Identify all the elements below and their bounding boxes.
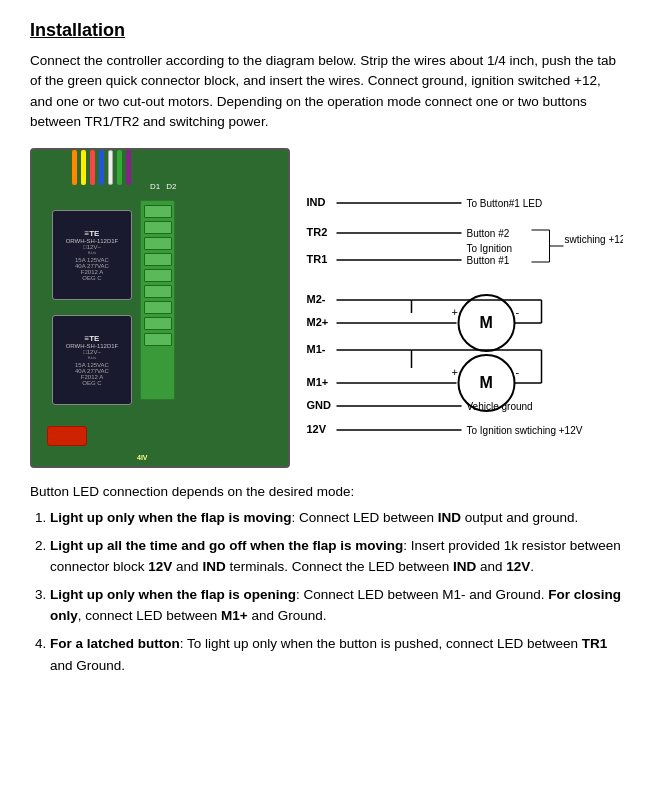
item4-tr1: TR1 bbox=[582, 636, 608, 651]
motor2-plus: + bbox=[452, 366, 458, 378]
wire-orange bbox=[72, 150, 77, 185]
d-labels: D1 D2 bbox=[150, 182, 176, 191]
terminal-8 bbox=[144, 317, 172, 330]
motor-label-1: M bbox=[480, 314, 493, 331]
label-m2minus: M2- bbox=[307, 293, 326, 305]
relay-1: ≡TE ORWH-SH-112D1F □12V~ ᴿᵁˢ 15A 125VAC … bbox=[52, 210, 132, 300]
wiring-svg: IND TR2 TR1 M2- M2+ M1- M1+ GND 12V To B… bbox=[300, 148, 623, 468]
motor1-plus: + bbox=[452, 306, 458, 318]
terminal-5 bbox=[144, 269, 172, 282]
label-ind: IND bbox=[307, 196, 326, 208]
connector-block-main bbox=[140, 200, 175, 400]
terminal-3 bbox=[144, 237, 172, 250]
wire-blue bbox=[99, 150, 104, 185]
item2-bold: Light up all the time and go off when th… bbox=[50, 538, 403, 553]
annotation-button1: Button #1 bbox=[467, 255, 510, 266]
pcb-board: ≡TE ORWH-SH-112D1F □12V~ ᴿᵁˢ 15A 125VAC … bbox=[30, 148, 290, 468]
annotation-switching-12v: swtiching +12V bbox=[565, 234, 624, 245]
annotation-vehicle-ground: Vehicle ground bbox=[467, 401, 533, 412]
list-item-1: Light up only when the flap is moving: C… bbox=[50, 507, 623, 529]
motor1-minus: - bbox=[516, 306, 520, 318]
relay-spec-2b: ᴿᵁˢ bbox=[88, 355, 96, 362]
annotation-ignition-switching: To Ignition swtiching +12V bbox=[467, 425, 583, 436]
terminal-2 bbox=[144, 221, 172, 234]
relay-spec-2f: OEG C bbox=[82, 380, 101, 386]
item2-ind1: IND bbox=[202, 559, 225, 574]
motor2-minus: - bbox=[516, 366, 520, 378]
wires-top bbox=[72, 150, 131, 185]
wiring-diagram: IND TR2 TR1 M2- M2+ M1- M1+ GND 12V To B… bbox=[300, 148, 623, 468]
item3-bold: Light up only when the flap is opening bbox=[50, 587, 296, 602]
item2-12v: 12V bbox=[148, 559, 172, 574]
label-m1plus: M1+ bbox=[307, 376, 329, 388]
item3-m1plus: M1+ bbox=[221, 608, 248, 623]
annotation-button1-led: To Button#1 LED bbox=[467, 198, 543, 209]
relay-spec-1f: OEG C bbox=[82, 275, 101, 281]
wire-green bbox=[117, 150, 122, 185]
item1-ind: IND bbox=[438, 510, 461, 525]
terminal-4 bbox=[144, 253, 172, 266]
wire-white bbox=[108, 150, 113, 185]
list-item-4: For a latched button: To light up only w… bbox=[50, 633, 623, 676]
relay-brand-1: ≡TE bbox=[85, 229, 100, 238]
relay-2: ≡TE ORWH-SH-112D1F □12V~ ᴿᵁˢ 15A 125VAC … bbox=[52, 315, 132, 405]
terminal-6 bbox=[144, 285, 172, 298]
pcb-label: 4IV bbox=[137, 454, 148, 461]
item2-12v2: 12V bbox=[506, 559, 530, 574]
label-tr1: TR1 bbox=[307, 253, 328, 265]
terminal-9 bbox=[144, 333, 172, 346]
label-gnd: GND bbox=[307, 399, 332, 411]
terminal-1 bbox=[144, 205, 172, 218]
instructions-list: Light up only when the flap is moving: C… bbox=[30, 507, 623, 676]
annotation-to-ignition: To Ignition bbox=[467, 243, 513, 254]
motor-label-2: M bbox=[480, 374, 493, 391]
wire-yellow bbox=[81, 150, 86, 185]
diagram-container: ≡TE ORWH-SH-112D1F □12V~ ᴿᵁˢ 15A 125VAC … bbox=[30, 148, 623, 468]
label-m2plus: M2+ bbox=[307, 316, 329, 328]
wire-purple bbox=[126, 150, 131, 185]
list-item-2: Light up all the time and go off when th… bbox=[50, 535, 623, 578]
item2-ind2: IND bbox=[453, 559, 476, 574]
d2-label: D2 bbox=[166, 182, 176, 191]
terminal-slots bbox=[141, 201, 174, 350]
red-indicator bbox=[47, 426, 87, 446]
d1-label: D1 bbox=[150, 182, 160, 191]
relay-brand-2: ≡TE bbox=[85, 334, 100, 343]
relay-spec-1b: ᴿᵁˢ bbox=[88, 250, 96, 257]
terminal-7 bbox=[144, 301, 172, 314]
label-12v: 12V bbox=[307, 423, 327, 435]
wire-red bbox=[90, 150, 95, 185]
annotation-button2: Button #2 bbox=[467, 228, 510, 239]
button-led-intro: Button LED connection depends on the des… bbox=[30, 484, 623, 499]
label-m1minus: M1- bbox=[307, 343, 326, 355]
item1-bold: Light up only when the flap is moving bbox=[50, 510, 292, 525]
item4-bold: For a latched button bbox=[50, 636, 180, 651]
label-tr2: TR2 bbox=[307, 226, 328, 238]
intro-paragraph: Connect the controller according to the … bbox=[30, 51, 623, 132]
page-title: Installation bbox=[30, 20, 623, 41]
list-item-3: Light up only when the flap is opening: … bbox=[50, 584, 623, 627]
